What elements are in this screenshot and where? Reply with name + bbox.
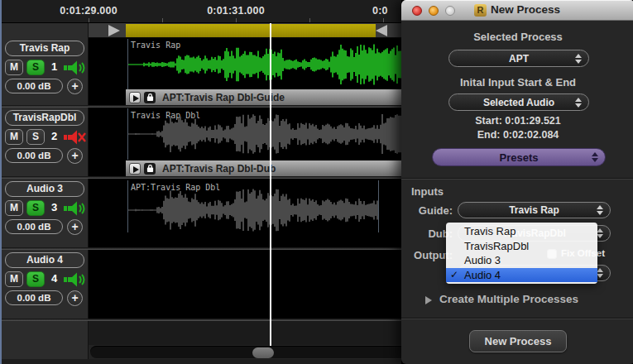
waveform-output[interactable] — [128, 187, 378, 233]
revoice-logo-icon: R — [474, 4, 487, 17]
mute-button[interactable]: M — [5, 129, 23, 145]
dialog-titlebar[interactable]: R New Process — [401, 0, 633, 21]
track-row: Audio 4 M S 4 0.00 dB + — [2, 250, 401, 318]
selection-start-handle[interactable] — [108, 25, 120, 36]
clip-boundary[interactable] — [378, 180, 379, 232]
inputs-heading: Inputs — [411, 185, 444, 198]
process-block-label: APT:Travis Rap Dbl-Dub — [162, 163, 276, 175]
dub-popup-menu: Travis Rap TravisRapDbl Audio 3 ✓ Audio … — [446, 223, 597, 284]
create-multiple-label[interactable]: Create Multiple Processes — [439, 293, 578, 305]
process-block-guide[interactable]: APT:Travis Rap Dbl-Guide — [126, 89, 401, 105]
scrollbar-thumb[interactable] — [252, 347, 274, 358]
solo-button[interactable]: S — [26, 60, 45, 75]
zoom-window-icon[interactable] — [445, 6, 455, 16]
speaker-on-icon[interactable] — [63, 60, 86, 76]
initial-input-heading: Inital Input Start & End — [401, 76, 633, 89]
playhead-cursor[interactable] — [270, 23, 271, 346]
presets-label: Presets — [433, 151, 605, 164]
disclosure-triangle-icon[interactable] — [425, 296, 432, 304]
speaker-muted-icon[interactable] — [63, 129, 86, 146]
mute-button[interactable]: M — [5, 271, 23, 287]
ruler-tick — [89, 18, 89, 22]
ruler-tick — [383, 18, 384, 22]
output-label: Output: — [401, 249, 453, 261]
waveform-dub[interactable] — [128, 113, 401, 156]
track-name-button[interactable]: Audio 4 — [5, 252, 84, 268]
stepper-icon — [575, 54, 583, 64]
track-name-button[interactable]: Travis Rap — [5, 41, 84, 56]
menu-item-selected[interactable]: ✓ Audio 4 — [446, 268, 597, 283]
ruler-tick — [162, 18, 163, 22]
scrollbar-trough[interactable] — [90, 346, 401, 358]
selection-strip[interactable] — [89, 23, 401, 38]
timeline-ruler[interactable]: 0:01:29.000 0:01:31.000 0:0 — [2, 0, 401, 23]
add-button[interactable]: + — [67, 219, 83, 235]
track-header: Audio 3 M S 3 0.00 dB + — [2, 179, 88, 247]
ruler-label: 0:0 — [372, 5, 401, 17]
gain-button[interactable]: 0.00 dB — [5, 79, 63, 93]
track-header: TravisRapDbl M S 2 0.00 dB + — [2, 108, 88, 176]
speaker-on-icon[interactable] — [63, 271, 86, 288]
dub-label: Dub: — [401, 228, 453, 240]
add-button[interactable]: + — [67, 79, 83, 94]
initial-input-value: Selected Audio — [449, 97, 588, 108]
waveform-guide[interactable] — [128, 41, 401, 88]
stepper-icon — [597, 228, 604, 238]
process-block-dub[interactable]: APT:Travis Rap Dbl-Dub — [126, 160, 401, 176]
gain-button[interactable]: 0.00 dB — [5, 219, 63, 234]
guide-label: Guide: — [401, 204, 453, 217]
play-icon[interactable] — [129, 163, 141, 175]
track-header: Audio 4 M S 4 0.00 dB + — [2, 250, 88, 318]
selected-process-heading: Selected Process — [401, 31, 633, 43]
minimize-icon[interactable] — [429, 6, 439, 16]
start-time: Start: 0:01:29.521 — [401, 115, 633, 127]
editor-gap — [89, 321, 401, 345]
divider — [401, 318, 633, 319]
track-name-button[interactable]: TravisRapDbl — [5, 110, 84, 126]
guide-popup[interactable]: Travis Rap — [458, 202, 611, 218]
lock-icon[interactable] — [144, 92, 156, 103]
solo-button[interactable]: S — [26, 200, 45, 216]
dialog-title: New Process — [491, 3, 560, 16]
track-name-button[interactable]: Audio 3 — [5, 181, 84, 197]
new-process-button[interactable]: New Process — [469, 330, 567, 352]
track-number: 3 — [51, 201, 57, 213]
process-popup[interactable]: APT — [448, 50, 589, 67]
process-popup-value: APT — [449, 53, 588, 65]
selection-range-bar[interactable] — [126, 24, 376, 37]
divider — [401, 179, 633, 180]
horizontal-scrollbar[interactable] — [89, 345, 401, 359]
solo-button[interactable]: S — [26, 129, 45, 145]
lock-icon[interactable] — [144, 163, 156, 175]
add-button[interactable]: + — [67, 148, 83, 164]
presets-popup[interactable]: Presets — [432, 148, 606, 166]
menu-item[interactable]: Audio 3 — [446, 253, 597, 268]
ruler-tick — [236, 18, 237, 22]
stepper-icon — [575, 98, 583, 108]
initial-input-popup[interactable]: Selected Audio — [448, 93, 589, 111]
track-header: Travis Rap M S 1 0.00 dB + — [2, 38, 88, 105]
mute-button[interactable]: M — [5, 60, 23, 75]
close-icon[interactable] — [412, 6, 422, 16]
process-block-label: APT:Travis Rap Dbl-Guide — [162, 92, 285, 103]
ruler-tick — [309, 18, 310, 22]
solo-button[interactable]: S — [26, 271, 45, 287]
stepper-icon — [592, 152, 599, 162]
track-number: 2 — [51, 130, 57, 142]
menu-item-label: Audio 4 — [464, 269, 501, 281]
gain-button[interactable]: 0.00 dB — [5, 148, 63, 163]
selection-end-handle[interactable] — [376, 25, 387, 36]
checkmark-icon: ✓ — [450, 268, 458, 283]
mute-button[interactable]: M — [5, 200, 23, 216]
track-number: 1 — [51, 60, 57, 73]
add-button[interactable]: + — [67, 290, 83, 306]
menu-item[interactable]: TravisRapDbl — [446, 239, 597, 254]
bottom-edge — [2, 359, 401, 364]
new-process-dialog: R New Process Selected Process APT Inita… — [401, 0, 633, 364]
guide-popup-value: Travis Rap — [458, 204, 610, 216]
app-window: 0:01:29.000 0:01:31.000 0:0 Travis Rap M… — [0, 0, 633, 364]
play-icon[interactable] — [129, 92, 141, 103]
gain-button[interactable]: 0.00 dB — [5, 290, 63, 305]
menu-item[interactable]: Travis Rap — [446, 224, 597, 239]
speaker-on-icon[interactable] — [63, 200, 86, 217]
